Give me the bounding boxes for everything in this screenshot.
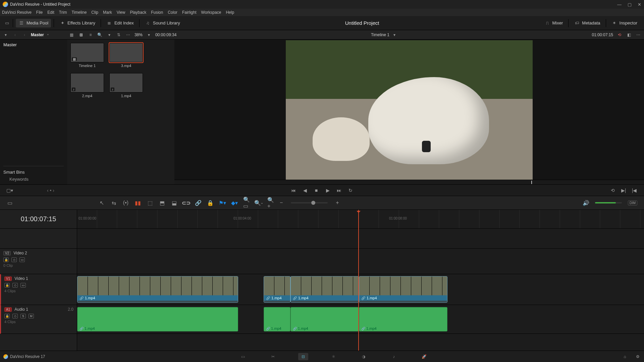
dim-button[interactable]: DIM (628, 200, 637, 205)
viewer-canvas[interactable] (286, 40, 533, 180)
timeline-clip[interactable]: 🔗 1.mp4 (77, 276, 238, 303)
menu-color[interactable]: Color (168, 10, 177, 15)
overwrite-tool[interactable]: ⬒ (159, 200, 165, 206)
keywords-bin[interactable]: Keywords (3, 175, 64, 182)
timeline-clip[interactable]: 🔗 1.mp4 (359, 307, 447, 331)
zoom-plus[interactable]: + (336, 200, 339, 206)
timeline-timecode[interactable]: 01:00:07:15 (0, 210, 77, 229)
go-out-button[interactable]: |◀ (631, 187, 637, 193)
clip-item[interactable]: ▦Timeline 1 (70, 43, 104, 68)
menu-playback[interactable]: Playback (130, 10, 146, 15)
more-icon[interactable]: ⋯ (125, 32, 131, 38)
dynamic-trim-tool[interactable]: (•) (123, 200, 129, 206)
layout-icon[interactable]: ▭ (4, 20, 10, 26)
bypass-icon[interactable]: ⟲ (616, 32, 623, 38)
first-frame-button[interactable]: ⏮ (290, 187, 297, 193)
timeline-clip[interactable]: 🔗 1.mp4 (290, 307, 359, 331)
a1-solo[interactable]: S (20, 314, 26, 318)
menu-workspace[interactable]: Workspace (201, 10, 221, 15)
settings-button[interactable]: ⚙ (635, 354, 641, 360)
viewer-more-icon[interactable]: ⋯ (635, 32, 641, 38)
v1-disable[interactable]: ▭ (20, 283, 26, 288)
zoom-minus[interactable]: − (280, 200, 283, 206)
go-in-button[interactable]: ▶| (621, 187, 627, 193)
a1-mute[interactable]: M (29, 314, 34, 318)
v1-lock[interactable]: 🔒 (4, 283, 10, 288)
v1-auto[interactable]: ◇ (12, 283, 18, 288)
timeline-clip[interactable]: 🔗 1.mp4 (264, 307, 290, 331)
menu-file[interactable]: File (36, 10, 43, 15)
timeline-clip[interactable]: 🔗 1.mp4 (264, 276, 290, 303)
page-deliver[interactable]: 🚀 (419, 353, 429, 360)
a1-lock[interactable]: 🔒 (4, 314, 10, 318)
clip-item[interactable]: ♪2.mp4 (70, 73, 104, 98)
timeline-view-icon[interactable]: ▭ (7, 200, 13, 206)
zoom-chevron-icon[interactable]: ▾ (146, 32, 152, 38)
match-prev-icon[interactable]: ‹ (47, 188, 49, 193)
menu-davinci-resolve[interactable]: DaVinci Resolve (2, 10, 32, 15)
menu-mark[interactable]: Mark (103, 10, 112, 15)
prev-frame-button[interactable]: ◀ (302, 187, 308, 193)
a1-auto[interactable]: ◇ (12, 314, 18, 318)
page-edit[interactable]: ⊟ (298, 353, 308, 360)
nav-fwd-icon[interactable]: › (21, 32, 28, 38)
lock-icon[interactable]: 🔒 (207, 200, 213, 206)
smart-bins-header[interactable]: Smart Bins (3, 166, 64, 175)
menu-fusion[interactable]: Fusion (151, 10, 163, 15)
timeline-clip[interactable]: 🔗 1.mp4 (77, 307, 238, 331)
v1-tag[interactable]: V1 (4, 277, 12, 281)
inspector-button[interactable]: ✶ Inspector (609, 19, 640, 27)
link-icon[interactable]: 🔗 (195, 200, 201, 206)
zoom-in-tool[interactable]: 🔍+ (268, 200, 274, 206)
bin-master[interactable]: Master (3, 42, 64, 47)
maximize-button[interactable]: ▢ (628, 2, 632, 7)
dual-view-icon[interactable]: ◧ (626, 32, 632, 38)
page-color[interactable]: ◑ (359, 353, 369, 360)
a1-tag[interactable]: A1 (4, 307, 12, 312)
search-icon[interactable]: 🔍 (97, 32, 103, 38)
blade-tool[interactable]: ▮▮ (135, 200, 141, 206)
menu-edit[interactable]: Edit (47, 10, 54, 15)
insert-tool[interactable]: ⬚ (147, 200, 153, 206)
close-button[interactable]: ✕ (638, 2, 641, 7)
menu-timeline[interactable]: Timeline (71, 10, 87, 15)
mixer-button[interactable]: ⎍ Mixer (542, 19, 566, 27)
metadata-button[interactable]: 🏷 Metadata (571, 19, 603, 27)
volume-slider[interactable] (595, 202, 622, 203)
viewer-scrub[interactable] (174, 180, 644, 184)
timeline-name[interactable]: Timeline 1 (371, 33, 389, 37)
clip-item[interactable]: 3.mp4 (109, 43, 143, 68)
zoom-out-tool[interactable]: 🔍- (256, 200, 262, 206)
match-mid-icon[interactable]: • (50, 188, 52, 193)
page-fusion[interactable]: ⚛ (328, 353, 338, 360)
stop-button[interactable]: ■ (313, 187, 319, 193)
menu-help[interactable]: Help (226, 10, 234, 15)
menu-view[interactable]: View (117, 10, 125, 15)
media-pool-button[interactable]: ☰ Media Pool (16, 19, 51, 27)
grid-view-icon[interactable]: ⊞ (78, 32, 84, 38)
selection-tool[interactable]: ↖ (99, 200, 105, 206)
thumb-view-icon[interactable]: ▦ (69, 32, 75, 38)
loop-button[interactable]: ↻ (347, 187, 354, 193)
find-icon[interactable]: 🔍▭ (244, 200, 250, 206)
menu-clip[interactable]: Clip (91, 10, 98, 15)
menu-fairlight[interactable]: Fairlight (182, 10, 197, 15)
page-media[interactable]: ▭ (238, 353, 248, 360)
v2-auto[interactable]: ◇ (11, 257, 17, 262)
list-view-icon[interactable]: ≡ (88, 32, 94, 38)
timeline-chevron-icon[interactable]: ▾ (391, 32, 397, 38)
timeline-clip[interactable]: 🔗 1.mp4 (290, 276, 359, 303)
edit-index-button[interactable]: ≣ Edit Index (104, 19, 137, 27)
v2-lock[interactable]: 🔒 (3, 257, 9, 262)
page-cut[interactable]: ✂ (268, 353, 278, 360)
go-start-button[interactable]: ⟲ (610, 187, 616, 193)
effects-library-button[interactable]: ✦ Effects Library (57, 19, 98, 27)
v2-tag[interactable]: V2 (3, 251, 11, 255)
page-fairlight[interactable]: ♪ (389, 353, 399, 360)
marker-icon[interactable]: ◆▾ (231, 200, 237, 206)
playhead[interactable] (358, 210, 359, 351)
menu-trim[interactable]: Trim (59, 10, 67, 15)
chevron-down-icon[interactable]: ▾ (106, 32, 112, 38)
volume-icon[interactable]: 🔊 (583, 200, 589, 206)
minimize-button[interactable]: — (617, 2, 622, 7)
